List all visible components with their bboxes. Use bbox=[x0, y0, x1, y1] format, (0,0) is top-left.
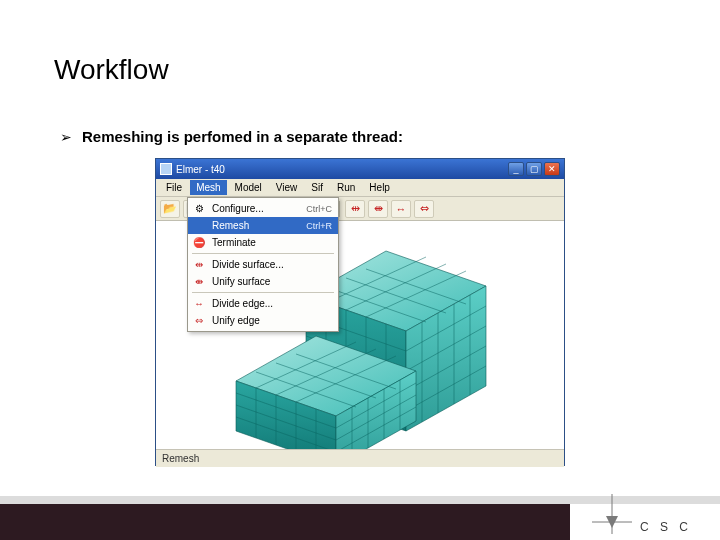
toolbar-unify-icon[interactable]: ⇼ bbox=[368, 200, 388, 218]
menu-terminate[interactable]: ⛔ Terminate bbox=[188, 234, 338, 251]
minimize-button[interactable]: _ bbox=[508, 162, 524, 176]
menu-remesh[interactable]: Remesh Ctrl+R bbox=[188, 217, 338, 234]
divide-icon: ⇹ bbox=[192, 259, 206, 270]
toolbar-divide-icon[interactable]: ⇹ bbox=[345, 200, 365, 218]
slide-title: Workflow bbox=[54, 54, 169, 86]
toolbar-separator bbox=[339, 201, 340, 217]
titlebar: Elmer - t40 _ ▢ ✕ bbox=[156, 159, 564, 179]
menu-separator bbox=[192, 292, 334, 293]
unify-icon: ⇼ bbox=[192, 276, 206, 287]
menu-file[interactable]: File bbox=[160, 180, 188, 195]
menu-separator bbox=[192, 253, 334, 254]
menu-run[interactable]: Run bbox=[331, 180, 361, 195]
menu-view[interactable]: View bbox=[270, 180, 304, 195]
menu-help[interactable]: Help bbox=[363, 180, 396, 195]
menu-item-label: Terminate bbox=[212, 237, 326, 248]
gear-icon: ⚙ bbox=[192, 203, 206, 214]
menu-unify-surface[interactable]: ⇼ Unify surface bbox=[188, 273, 338, 290]
menu-unify-edge[interactable]: ⇔ Unify edge bbox=[188, 312, 338, 329]
footer-dark bbox=[0, 504, 570, 540]
elmer-window: Elmer - t40 _ ▢ ✕ File Mesh Model View S… bbox=[155, 158, 565, 466]
logo-text: C S C bbox=[640, 520, 692, 534]
bullet-arrow-icon: ➢ bbox=[60, 129, 72, 145]
logo-mark-icon bbox=[592, 494, 632, 534]
stop-icon: ⛔ bbox=[192, 237, 206, 248]
app-icon bbox=[160, 163, 172, 175]
menu-item-label: Unify surface bbox=[212, 276, 332, 287]
toolbar-unify2-icon[interactable]: ⇔ bbox=[414, 200, 434, 218]
status-text: Remesh bbox=[162, 453, 199, 464]
toolbar-open-icon[interactable]: 📂 bbox=[160, 200, 180, 218]
csc-logo: C S C bbox=[592, 494, 692, 534]
menu-configure[interactable]: ⚙ Configure... Ctrl+C bbox=[188, 200, 338, 217]
unify-icon: ⇔ bbox=[192, 315, 206, 326]
menu-item-shortcut: Ctrl+C bbox=[306, 204, 332, 214]
menu-mesh[interactable]: Mesh bbox=[190, 180, 226, 195]
maximize-button[interactable]: ▢ bbox=[526, 162, 542, 176]
statusbar: Remesh bbox=[156, 449, 564, 467]
bullet-text: Remeshing is perfomed in a separate thre… bbox=[82, 128, 403, 145]
menu-item-label: Remesh bbox=[212, 220, 300, 231]
window-title: Elmer - t40 bbox=[176, 164, 508, 175]
menu-item-label: Divide surface... bbox=[212, 259, 332, 270]
menu-model[interactable]: Model bbox=[229, 180, 268, 195]
menu-sif[interactable]: Sif bbox=[305, 180, 329, 195]
mesh-dropdown: ⚙ Configure... Ctrl+C Remesh Ctrl+R ⛔ Te… bbox=[187, 197, 339, 332]
divide-icon: ↔ bbox=[192, 298, 206, 309]
menubar: File Mesh Model View Sif Run Help bbox=[156, 179, 564, 197]
menu-item-label: Configure... bbox=[212, 203, 300, 214]
menu-item-shortcut: Ctrl+R bbox=[306, 221, 332, 231]
menu-divide-surface[interactable]: ⇹ Divide surface... bbox=[188, 256, 338, 273]
menu-divide-edge[interactable]: ↔ Divide edge... bbox=[188, 295, 338, 312]
menu-item-label: Divide edge... bbox=[212, 298, 332, 309]
bullet-row: ➢ Remeshing is perfomed in a separate th… bbox=[60, 128, 403, 145]
toolbar-divide2-icon[interactable]: ↔ bbox=[391, 200, 411, 218]
close-button[interactable]: ✕ bbox=[544, 162, 560, 176]
menu-item-label: Unify edge bbox=[212, 315, 332, 326]
